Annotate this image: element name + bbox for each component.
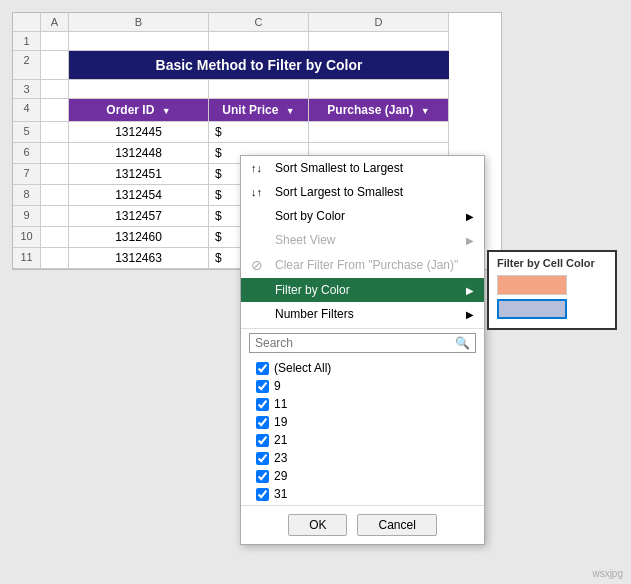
purchase-jan-label: Purchase (Jan) <box>327 103 413 117</box>
rn-3: 3 <box>13 80 41 99</box>
main-container: A B C D 1 2 Basic Method to Filter by Co… <box>0 0 631 584</box>
checkbox-11[interactable] <box>256 398 269 411</box>
menu-number-filters[interactable]: Number Filters ▶ <box>241 302 484 326</box>
order-id-label: Order ID <box>106 103 154 117</box>
sheet-view-arrow: ▶ <box>466 235 474 246</box>
check-9[interactable]: 9 <box>241 377 484 395</box>
check-11-label: 11 <box>274 397 287 411</box>
r5-order-id: 1312445 <box>69 122 209 143</box>
clear-filter-label: Clear Filter From "Purchase (Jan)" <box>275 258 458 272</box>
col-headers-row: A B C D <box>13 13 501 32</box>
r8-order-id: 1312454 <box>69 185 209 206</box>
sheet-view-label: Sheet View <box>275 233 336 247</box>
rn-6: 6 <box>13 143 41 164</box>
header-order-id[interactable]: Order ID ▼ <box>69 99 209 122</box>
header-purchase-jan[interactable]: Purchase (Jan) ▼ <box>309 99 449 122</box>
r9-order-id: 1312457 <box>69 206 209 227</box>
number-filters-arrow: ▶ <box>466 309 474 320</box>
menu-clear-filter[interactable]: ⊘ Clear Filter From "Purchase (Jan)" <box>241 252 484 278</box>
r1-b <box>69 32 209 51</box>
row-3: 3 <box>13 80 501 99</box>
sort-desc-icon: ↓↑ <box>251 186 271 198</box>
row-2: 2 Basic Method to Filter by Color <box>13 51 501 80</box>
sort-asc-label: Sort Smallest to Largest <box>275 161 403 175</box>
menu-sort-desc[interactable]: ↓↑ Sort Largest to Smallest <box>241 180 484 204</box>
checkbox-23[interactable] <box>256 452 269 465</box>
rn-9: 9 <box>13 206 41 227</box>
checkbox-select-all[interactable] <box>256 362 269 375</box>
check-29[interactable]: 29 <box>241 467 484 485</box>
checkbox-29[interactable] <box>256 470 269 483</box>
search-input[interactable] <box>255 336 455 350</box>
context-menu: ↑↓ Sort Smallest to Largest ↓↑ Sort Larg… <box>240 155 485 545</box>
check-select-all-label: (Select All) <box>274 361 331 375</box>
dialog-buttons: OK Cancel <box>241 505 484 544</box>
col-b-header: B <box>69 13 209 32</box>
menu-filter-color[interactable]: Filter by Color ▶ <box>241 278 484 302</box>
filter-color-panel: Filter by Cell Color <box>487 250 617 330</box>
rn-11: 11 <box>13 248 41 269</box>
col-c-header: C <box>209 13 309 32</box>
check-21[interactable]: 21 <box>241 431 484 449</box>
r3-c <box>209 80 309 99</box>
r7-order-id: 1312451 <box>69 164 209 185</box>
purchase-jan-dropdown[interactable]: ▼ <box>421 106 430 116</box>
check-19-label: 19 <box>274 415 287 429</box>
check-23-label: 23 <box>274 451 287 465</box>
rn-1: 1 <box>13 32 41 51</box>
check-31-label: 31 <box>274 487 287 501</box>
watermark: wsxjpg <box>592 568 623 579</box>
rn-4: 4 <box>13 99 41 122</box>
r3-a <box>41 80 69 99</box>
checkbox-31[interactable] <box>256 488 269 501</box>
corner-cell <box>13 13 41 32</box>
order-id-dropdown[interactable]: ▼ <box>162 106 171 116</box>
menu-separator <box>241 328 484 329</box>
sort-color-label: Sort by Color <box>275 209 345 223</box>
r3-d <box>309 80 449 99</box>
row-1: 1 <box>13 32 501 51</box>
rn-5: 5 <box>13 122 41 143</box>
r11-order-id: 1312463 <box>69 248 209 269</box>
menu-sheet-view[interactable]: Sheet View ▶ <box>241 228 484 252</box>
row-5: 5 1312445 $ <box>13 122 501 143</box>
col-d-header: D <box>309 13 449 32</box>
search-box[interactable]: 🔍 <box>249 333 476 353</box>
r2-a <box>41 51 69 80</box>
rn-8: 8 <box>13 185 41 206</box>
cancel-button[interactable]: Cancel <box>357 514 436 536</box>
r10-order-id: 1312460 <box>69 227 209 248</box>
check-23[interactable]: 23 <box>241 449 484 467</box>
unit-price-label: Unit Price <box>222 103 278 117</box>
title-cell: Basic Method to Filter by Color <box>69 51 449 80</box>
header-unit-price[interactable]: Unit Price ▼ <box>209 99 309 122</box>
menu-sort-color[interactable]: Sort by Color ▶ <box>241 204 484 228</box>
check-31[interactable]: 31 <box>241 485 484 503</box>
r3-b <box>69 80 209 99</box>
checkbox-9[interactable] <box>256 380 269 393</box>
check-29-label: 29 <box>274 469 287 483</box>
ok-button[interactable]: OK <box>288 514 347 536</box>
check-19[interactable]: 19 <box>241 413 484 431</box>
check-11[interactable]: 11 <box>241 395 484 413</box>
menu-sort-asc[interactable]: ↑↓ Sort Smallest to Largest <box>241 156 484 180</box>
color-swatch-salmon[interactable] <box>497 275 567 295</box>
r4-a <box>41 99 69 122</box>
row-4: 4 Order ID ▼ Unit Price ▼ Purchase (Jan)… <box>13 99 501 122</box>
check-21-label: 21 <box>274 433 287 447</box>
r1-d <box>309 32 449 51</box>
unit-price-dropdown[interactable]: ▼ <box>286 106 295 116</box>
r5-purchase <box>309 122 449 143</box>
rn-7: 7 <box>13 164 41 185</box>
sort-color-arrow: ▶ <box>466 211 474 222</box>
filter-color-label: Filter by Color <box>275 283 350 297</box>
search-icon: 🔍 <box>455 336 470 350</box>
clear-filter-icon: ⊘ <box>251 257 271 273</box>
checkbox-21[interactable] <box>256 434 269 447</box>
check-9-label: 9 <box>274 379 281 393</box>
color-swatch-lavender[interactable] <box>497 299 567 319</box>
r6-order-id: 1312448 <box>69 143 209 164</box>
sort-asc-icon: ↑↓ <box>251 162 271 174</box>
checkbox-19[interactable] <box>256 416 269 429</box>
check-select-all[interactable]: (Select All) <box>241 359 484 377</box>
